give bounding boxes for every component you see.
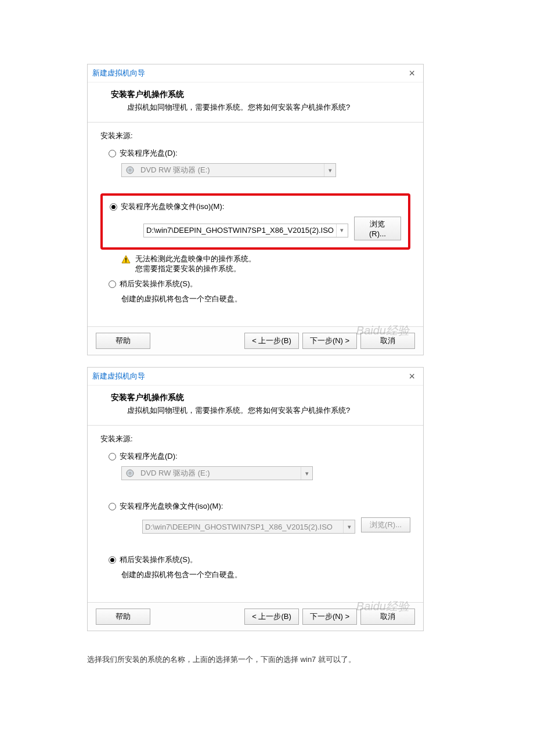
help-button[interactable]: 帮助 (96, 609, 150, 625)
radio-later[interactable] (109, 280, 116, 288)
radio-iso[interactable] (110, 203, 117, 211)
radio-disc[interactable] (109, 453, 116, 460)
close-icon[interactable]: × (405, 370, 418, 383)
later-note: 创建的虚拟机将包含一个空白硬盘。 (121, 294, 410, 304)
option-later-label: 稍后安装操作系统(S)。 (120, 279, 197, 289)
iso-warning: 无法检测此光盘映像中的操作系统。 您需要指定要安装的操作系统。 (121, 254, 410, 274)
back-button[interactable]: < 上一步(B) (244, 609, 299, 625)
later-note: 创建的虚拟机将包含一个空白硬盘。 (121, 570, 410, 580)
close-icon[interactable]: × (405, 67, 418, 80)
titlebar: 新建虚拟机向导 × (88, 64, 423, 82)
iso-path-combo[interactable]: D:\win7\DEEPIN_GHOSTWIN7SP1_X86_V2015(2)… (143, 224, 348, 237)
chevron-down-icon: ▾ (343, 520, 355, 533)
page-caption: 选择我们所安装的系统的名称，上面的选择第一个，下面的选择 win7 就可以了。 (87, 654, 447, 665)
warning-icon (121, 255, 131, 264)
svg-rect-3 (125, 258, 127, 261)
header-subtitle: 虚拟机如同物理机，需要操作系统。您将如何安装客户机操作系统? (111, 102, 400, 113)
chevron-down-icon: ▾ (324, 164, 335, 177)
iso-path-combo: D:\win7\DEEPIN_GHOSTWIN7SP1_X86_V2015(2)… (142, 520, 355, 534)
help-button[interactable]: 帮助 (96, 333, 150, 349)
wizard-footer: 帮助 < 上一步(B) 下一步(N) > 取消 (88, 326, 423, 355)
wizard-footer: 帮助 < 上一步(B) 下一步(N) > 取消 (88, 602, 423, 631)
back-button[interactable]: < 上一步(B) (244, 333, 299, 349)
disc-icon (125, 469, 135, 478)
option-disc[interactable]: 安装程序光盘(D): (100, 450, 410, 463)
option-later[interactable]: 稍后安装操作系统(S)。 (100, 553, 410, 566)
disc-drive-combo: DVD RW 驱动器 (E:) ▾ (121, 163, 336, 177)
option-iso[interactable]: 安装程序光盘映像文件(iso)(M): (100, 500, 410, 513)
option-disc-label: 安装程序光盘(D): (120, 451, 178, 462)
radio-disc[interactable] (109, 150, 116, 157)
option-iso-label: 安装程序光盘映像文件(iso)(M): (120, 501, 223, 512)
option-later-label: 稍后安装操作系统(S)。 (120, 555, 197, 565)
next-button[interactable]: 下一步(N) > (302, 609, 357, 625)
radio-later[interactable] (109, 556, 116, 564)
option-disc-label: 安装程序光盘(D): (120, 148, 178, 159)
warn-line-1: 无法检测此光盘映像中的操作系统。 (135, 254, 256, 264)
next-button[interactable]: 下一步(N) > (302, 333, 357, 349)
wizard-dialog-1: 新建虚拟机向导 × 安装客户机操作系统 虚拟机如同物理机，需要操作系统。您将如何… (87, 64, 424, 355)
browse-button[interactable]: 浏览(R)... (354, 217, 401, 240)
window-title: 新建虚拟机向导 (92, 68, 145, 78)
chevron-down-icon[interactable]: ▾ (336, 224, 348, 237)
disc-drive-text: DVD RW 驱动器 (E:) (138, 468, 301, 478)
option-iso[interactable]: 安装程序光盘映像文件(iso)(M): (110, 200, 401, 213)
disc-drive-combo: DVD RW 驱动器 (E:) ▾ (121, 466, 313, 480)
disc-icon (125, 165, 135, 175)
window-title: 新建虚拟机向导 (92, 371, 145, 381)
wizard-header: 安装客户机操作系统 虚拟机如同物理机，需要操作系统。您将如何安装客户机操作系统? (88, 82, 423, 122)
header-title: 安装客户机操作系统 (111, 89, 400, 100)
highlighted-iso-section: 安装程序光盘映像文件(iso)(M): D:\win7\DEEPIN_GHOST… (100, 193, 410, 250)
titlebar: 新建虚拟机向导 × (88, 368, 423, 386)
svg-point-1 (129, 170, 131, 171)
wizard-header: 安装客户机操作系统 虚拟机如同物理机，需要操作系统。您将如何安装客户机操作系统? (88, 386, 423, 425)
svg-point-6 (129, 473, 131, 474)
header-subtitle: 虚拟机如同物理机，需要操作系统。您将如何安装客户机操作系统? (111, 405, 400, 416)
warn-line-2: 您需要指定要安装的操作系统。 (135, 264, 256, 274)
option-disc[interactable]: 安装程序光盘(D): (100, 147, 410, 160)
cancel-button[interactable]: 取消 (360, 333, 415, 349)
browse-button: 浏览(R)... (361, 517, 410, 532)
iso-path-text: D:\win7\DEEPIN_GHOSTWIN7SP1_X86_V2015(2)… (144, 226, 336, 235)
source-label: 安装来源: (100, 131, 410, 141)
iso-path-text: D:\win7\DEEPIN_GHOSTWIN7SP1_X86_V2015(2)… (143, 523, 343, 531)
chevron-down-icon: ▾ (301, 467, 312, 480)
cancel-button[interactable]: 取消 (360, 609, 415, 625)
radio-iso[interactable] (109, 503, 116, 510)
header-title: 安装客户机操作系统 (111, 393, 400, 403)
option-later[interactable]: 稍后安装操作系统(S)。 (100, 278, 410, 290)
option-iso-label: 安装程序光盘映像文件(iso)(M): (121, 201, 224, 212)
svg-rect-4 (125, 261, 127, 262)
disc-drive-text: DVD RW 驱动器 (E:) (138, 165, 324, 175)
wizard-dialog-2: 新建虚拟机向导 × 安装客户机操作系统 虚拟机如同物理机，需要操作系统。您将如何… (87, 367, 424, 631)
source-label: 安装来源: (100, 434, 410, 444)
